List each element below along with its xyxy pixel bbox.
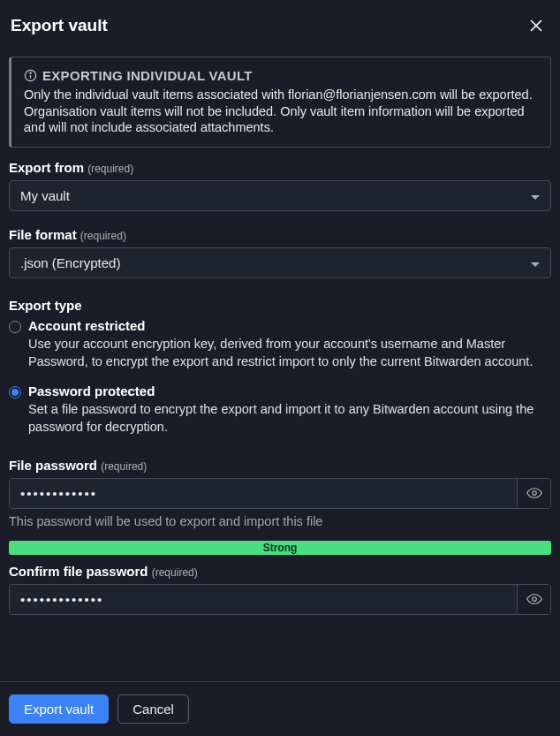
dialog-title: Export vault — [11, 16, 108, 35]
radio-password-protected[interactable] — [9, 386, 21, 398]
radio-label-account-restricted[interactable]: Account restricted — [28, 318, 146, 333]
confirm-password-label: Confirm file password — [9, 564, 148, 579]
dialog-footer: Export vault Cancel — [0, 681, 560, 736]
file-format-select[interactable]: .json (Encrypted) — [9, 247, 551, 278]
info-icon — [24, 69, 37, 82]
password-strength-label: Strong — [263, 542, 298, 554]
toggle-password-visibility[interactable] — [517, 479, 550, 508]
file-password-required: (required) — [101, 460, 147, 473]
export-from-label: Export from — [9, 160, 84, 175]
radio-account-restricted[interactable] — [9, 321, 21, 333]
radio-label-password-protected[interactable]: Password protected — [28, 383, 155, 398]
radio-desc-account-restricted: Use your account encryption key, derived… — [28, 335, 551, 371]
file-password-label: File password — [9, 458, 97, 473]
confirm-password-input[interactable] — [10, 585, 517, 614]
svg-point-5 — [532, 491, 536, 496]
export-vault-button[interactable]: Export vault — [9, 694, 109, 724]
export-type-title: Export type — [9, 298, 551, 313]
info-callout: EXPORTING INDIVIDUAL VAULT Only the indi… — [9, 57, 551, 148]
export-from-value: My vault — [20, 188, 70, 203]
svg-point-3 — [30, 72, 31, 73]
eye-icon — [526, 485, 542, 501]
password-strength-bar: Strong — [9, 541, 551, 555]
export-from-required: (required) — [87, 163, 133, 175]
info-title: EXPORTING INDIVIDUAL VAULT — [42, 68, 253, 83]
close-icon — [528, 18, 544, 34]
radio-desc-password-protected: Set a file password to encrypt the expor… — [28, 400, 551, 436]
file-format-value: .json (Encrypted) — [20, 255, 120, 270]
export-from-select[interactable]: My vault — [9, 180, 551, 211]
svg-point-6 — [532, 597, 536, 602]
chevron-down-icon — [531, 188, 540, 203]
file-password-hint: This password will be used to export and… — [9, 514, 551, 528]
toggle-confirm-password-visibility[interactable] — [517, 585, 550, 614]
file-format-required: (required) — [80, 230, 126, 242]
info-body: Only the individual vault items associat… — [24, 87, 538, 136]
chevron-down-icon — [531, 255, 540, 270]
confirm-password-required: (required) — [152, 566, 198, 579]
file-format-label: File format — [9, 227, 77, 242]
file-password-input[interactable] — [10, 479, 517, 508]
eye-icon — [526, 591, 542, 607]
close-button[interactable] — [525, 14, 548, 37]
cancel-button[interactable]: Cancel — [117, 694, 189, 724]
